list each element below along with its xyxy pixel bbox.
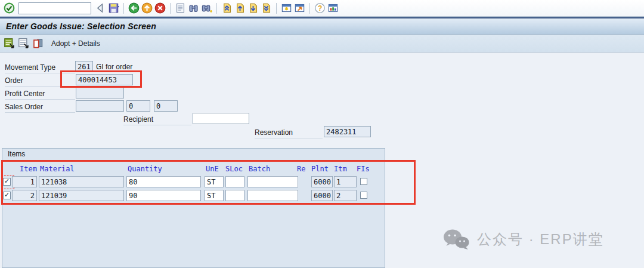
sales-order-field[interactable] [76, 100, 124, 112]
exit-icon[interactable] [141, 2, 153, 14]
watermark: 公众号 · ERP讲堂 [442, 229, 604, 250]
plant-cell[interactable]: 6000 [311, 190, 333, 201]
help-icon[interactable]: ? [314, 2, 326, 14]
column-header-quantity: Quantity [128, 165, 162, 173]
svg-text:?: ? [318, 4, 322, 13]
adopt-icon[interactable] [32, 38, 44, 49]
watermark-text: 公众号 · ERP讲堂 [477, 230, 604, 249]
column-header-fis: FIs [357, 165, 370, 173]
movement-type-field[interactable]: 261 [75, 61, 93, 72]
movement-type-label: Movement Type [5, 62, 75, 73]
profit-center-field[interactable] [76, 87, 124, 98]
column-header-sloc: SLoc [225, 165, 243, 173]
itm-cell[interactable]: 1 [334, 176, 357, 187]
wechat-icon [442, 229, 470, 250]
toolbar-separator [170, 3, 171, 14]
column-header-item: Item [12, 165, 37, 173]
recipient-label: Recipient [123, 114, 191, 125]
quantity-cell[interactable]: 90 [126, 190, 201, 201]
back-icon[interactable] [128, 2, 140, 14]
column-header-plnt: Plnt [311, 165, 329, 173]
customize-layout-icon[interactable] [327, 2, 339, 14]
last-page-icon[interactable] [261, 2, 272, 14]
batch-cell[interactable] [247, 190, 298, 201]
toolbar-separator [309, 3, 310, 14]
application-toolbar: Adopt + Details [0, 35, 644, 53]
material-cell[interactable]: 121039 [39, 190, 124, 201]
fis-checkbox[interactable] [360, 192, 367, 199]
print-icon[interactable] [175, 2, 186, 14]
system-toolbar: ? [0, 0, 644, 17]
next-page-icon[interactable] [247, 2, 259, 14]
sap-goods-issue-screen: ? Enter Goods Issue: Selection Screen [0, 0, 644, 268]
material-cell[interactable]: 121038 [39, 176, 124, 187]
save-icon[interactable] [108, 2, 119, 14]
row-select-checkbox[interactable]: ✓ [3, 178, 11, 186]
toolbar-separator [216, 3, 217, 14]
column-header-batch: Batch [249, 165, 270, 173]
profit-center-label: Profit Center [5, 88, 75, 100]
item-cell[interactable]: 2 [12, 190, 37, 201]
item-cell[interactable]: 1 [12, 176, 37, 187]
batch-cell[interactable] [247, 176, 298, 187]
find-icon[interactable] [188, 2, 199, 14]
title-bar: Enter Goods Issue: Selection Screen [0, 19, 644, 35]
column-header-re: Re [297, 165, 305, 173]
plant-cell[interactable]: 6000 [311, 176, 333, 187]
page-title: Enter Goods Issue: Selection Screen [6, 21, 156, 31]
new-session-icon[interactable] [281, 2, 292, 14]
quantity-cell[interactable]: 80 [126, 176, 201, 187]
sales-order-schedule-field[interactable]: 0 [154, 100, 178, 112]
details-icon[interactable] [18, 38, 29, 49]
fis-checkbox[interactable] [360, 178, 367, 185]
reservation-field[interactable]: 2482311 [324, 126, 371, 137]
order-label: Order [5, 75, 75, 87]
find-next-icon[interactable] [201, 2, 212, 14]
une-cell[interactable]: ST [205, 190, 224, 201]
sloc-cell[interactable] [225, 176, 244, 187]
command-field[interactable] [18, 2, 91, 14]
order-field[interactable]: 400014453 [76, 74, 133, 85]
collapse-command-icon[interactable] [95, 2, 106, 14]
column-header-material: Material [40, 165, 75, 173]
sales-order-label: Sales Order [5, 101, 75, 113]
adopt-details-button[interactable]: Adopt + Details [51, 39, 100, 48]
sloc-cell[interactable] [225, 190, 244, 201]
itm-cell[interactable]: 2 [334, 190, 357, 201]
column-header-itm: Itm [334, 165, 347, 173]
cancel-icon[interactable] [154, 2, 166, 14]
sales-order-item-field[interactable]: 0 [126, 100, 150, 112]
une-cell[interactable]: ST [205, 176, 224, 187]
row-select-checkbox[interactable]: ✓ [3, 192, 11, 199]
all-details-icon[interactable] [4, 38, 15, 49]
enter-icon[interactable] [4, 2, 15, 14]
shortcut-icon[interactable] [294, 2, 305, 14]
previous-page-icon[interactable] [234, 2, 246, 14]
toolbar-separator [123, 3, 124, 14]
column-header-une: UnE [206, 165, 219, 173]
reservation-label: Reservation [255, 127, 323, 138]
first-page-icon[interactable] [221, 2, 233, 14]
recipient-field[interactable] [193, 113, 249, 124]
movement-type-description: GI for order [96, 61, 132, 72]
toolbar-separator [276, 3, 277, 14]
items-group-label: Items [8, 150, 25, 158]
